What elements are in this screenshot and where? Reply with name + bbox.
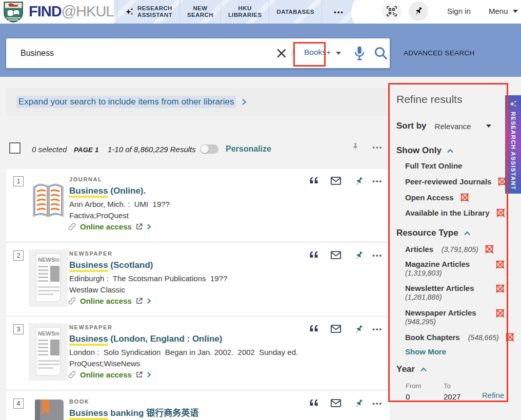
research-assistant-tab[interactable]: RESEARCH ASSISTANT bbox=[505, 95, 521, 194]
facet-available-in-library[interactable]: Available in the Library bbox=[405, 208, 506, 218]
scope-chevron-down-icon[interactable] bbox=[336, 52, 341, 55]
item-more-ellipsis[interactable]: ••• bbox=[372, 400, 383, 407]
email-icon[interactable] bbox=[330, 176, 342, 185]
exclude-facet-icon[interactable] bbox=[496, 208, 506, 218]
pin-results-icon[interactable] bbox=[351, 142, 360, 152]
hku-crest-logo bbox=[3, 1, 24, 23]
result-source-line: Westlaw Classic bbox=[69, 285, 125, 294]
sign-in-link[interactable]: Sign in bbox=[447, 7, 471, 15]
item-more-ellipsis[interactable]: ••• bbox=[372, 325, 383, 333]
highlighted-term: Business bbox=[69, 186, 108, 198]
results-count-dropdown[interactable]: 1-10 of 8,860,229 Results bbox=[108, 145, 205, 154]
show-more-link[interactable]: Show More bbox=[405, 347, 446, 356]
online-access-label: Online access bbox=[80, 297, 132, 305]
expand-search-banner[interactable]: Expand your search to include items from… bbox=[6, 88, 390, 116]
qr-code-button[interactable] bbox=[382, 2, 402, 21]
exclude-facet-icon[interactable] bbox=[460, 193, 470, 202]
year-from-input[interactable]: 0 bbox=[406, 392, 410, 401]
pin-item-icon[interactable] bbox=[354, 250, 364, 261]
sort-value-dropdown[interactable]: Relevance bbox=[435, 122, 471, 131]
search-scope-selector[interactable]: Books+ bbox=[304, 48, 331, 57]
search-box: / Books+ bbox=[6, 38, 390, 68]
exclude-facet-icon[interactable] bbox=[485, 244, 494, 254]
facet-peer-reviewed[interactable]: Peer-reviewed Journals bbox=[405, 177, 507, 186]
nav-databases[interactable]: DATABASES bbox=[269, 0, 322, 24]
chevron-right-icon bbox=[147, 298, 152, 304]
citation-icon[interactable] bbox=[309, 398, 319, 408]
results-more-ellipsis[interactable]: ••• bbox=[372, 143, 383, 151]
sparkle-icon bbox=[125, 7, 135, 17]
year-refine-button[interactable]: Refine bbox=[482, 391, 504, 400]
year-header[interactable]: Year bbox=[396, 364, 427, 374]
exclude-facet-icon[interactable] bbox=[505, 332, 515, 342]
citation-icon[interactable] bbox=[309, 324, 319, 333]
sort-chevron-down-icon[interactable] bbox=[486, 124, 491, 128]
result-title-link[interactable]: Business (London, England : Online) bbox=[69, 332, 222, 345]
email-icon[interactable] bbox=[330, 324, 342, 333]
result-title-link[interactable]: Business banking 银行商务英语 bbox=[69, 407, 198, 419]
result-publication-line: London : Solo Syndication Began in Jan. … bbox=[69, 348, 298, 356]
nav-label: SEARCH bbox=[187, 12, 213, 18]
nav-label: NEW bbox=[187, 5, 213, 12]
year-from-label: From bbox=[406, 382, 421, 390]
pinned-items-button[interactable] bbox=[409, 2, 428, 21]
title-rest: (Scotland) bbox=[108, 260, 153, 270]
result-source-line: Factiva;ProQuest bbox=[69, 211, 129, 220]
show-only-header[interactable]: Show Only bbox=[396, 145, 454, 156]
nav-label: DATABASES bbox=[276, 9, 314, 15]
search-submit-button[interactable] bbox=[373, 46, 389, 61]
facet-book-chapters[interactable]: Book Chapters (548,665) bbox=[405, 332, 515, 342]
email-icon[interactable] bbox=[330, 398, 342, 408]
newspaper-thumbnail-icon: NEWS bbox=[29, 323, 68, 381]
nav-hku-libraries[interactable]: HKULIBRARIES bbox=[221, 0, 270, 24]
result-number: 1 bbox=[13, 176, 24, 186]
resource-type-header[interactable]: Resource Type bbox=[396, 228, 471, 238]
item-more-ellipsis[interactable]: ••• bbox=[372, 177, 383, 185]
menu-button[interactable]: Menu bbox=[489, 7, 518, 15]
select-all-checkbox[interactable] bbox=[9, 142, 21, 154]
facet-articles[interactable]: Articles (3,791,805) bbox=[405, 244, 494, 254]
personalize-label[interactable]: Personalize bbox=[226, 144, 271, 154]
nav-new-search[interactable]: NEWSEARCH bbox=[180, 0, 221, 24]
facet-newsletter-articles[interactable]: Newsletter Articles bbox=[405, 284, 474, 292]
result-title-link[interactable]: Business (Online). bbox=[69, 184, 146, 197]
facet-label: Open Access bbox=[405, 193, 454, 202]
microphone-button[interactable] bbox=[352, 45, 367, 61]
facet-full-text-online[interactable]: Full Text Online bbox=[405, 161, 462, 170]
exclude-facet-icon[interactable] bbox=[495, 308, 505, 318]
exclude-facet-icon[interactable] bbox=[495, 284, 505, 293]
clear-search-icon[interactable] bbox=[275, 47, 288, 60]
newspaper-thumbnail-icon: NEWS bbox=[29, 249, 68, 307]
citation-icon[interactable] bbox=[309, 176, 319, 185]
top-nav: RESEARCHASSISTANT NEWSEARCH HKULIBRARIES… bbox=[117, 0, 356, 24]
facet-open-access[interactable]: Open Access bbox=[405, 193, 470, 202]
year-to-input[interactable]: 2027 bbox=[444, 392, 460, 401]
show-only-label: Show Only bbox=[396, 145, 442, 156]
result-title-link[interactable]: Business (Scotland) bbox=[69, 259, 153, 271]
external-link-icon bbox=[135, 297, 143, 305]
book-thumbnail-icon bbox=[29, 397, 68, 420]
facet-label: Magazine Articles bbox=[405, 260, 470, 268]
search-input[interactable] bbox=[21, 46, 262, 61]
item-more-ellipsis[interactable]: ••• bbox=[372, 251, 383, 259]
exclude-facet-icon[interactable] bbox=[495, 260, 505, 269]
facet-label: Available in the Library bbox=[405, 208, 490, 217]
svg-text:NEWS: NEWS bbox=[38, 330, 55, 337]
facet-label: Peer-reviewed Journals bbox=[405, 177, 491, 186]
pin-item-icon[interactable] bbox=[354, 324, 364, 334]
email-icon[interactable] bbox=[330, 250, 342, 260]
nav-more-ellipsis[interactable]: ••• bbox=[322, 0, 356, 24]
nav-research-assistant[interactable]: RESEARCHASSISTANT bbox=[117, 0, 180, 24]
online-access-link[interactable]: Online access bbox=[68, 370, 152, 379]
online-access-link[interactable]: Online access bbox=[68, 222, 152, 231]
online-access-link[interactable]: Online access bbox=[68, 297, 152, 305]
pin-item-icon[interactable] bbox=[354, 176, 364, 186]
pin-item-icon[interactable] bbox=[354, 398, 364, 409]
citation-icon[interactable] bbox=[309, 250, 319, 260]
result-type-label: JOURNAL bbox=[69, 176, 102, 182]
brand-logo[interactable]: FIND@HKUL bbox=[29, 3, 113, 20]
personalize-toggle[interactable] bbox=[200, 144, 218, 154]
facet-magazine-articles[interactable]: Magazine Articles bbox=[405, 260, 470, 268]
facet-newspaper-articles[interactable]: Newspaper Articles bbox=[405, 308, 476, 317]
advanced-search-link[interactable]: ADVANCED SEARCH bbox=[404, 49, 475, 57]
